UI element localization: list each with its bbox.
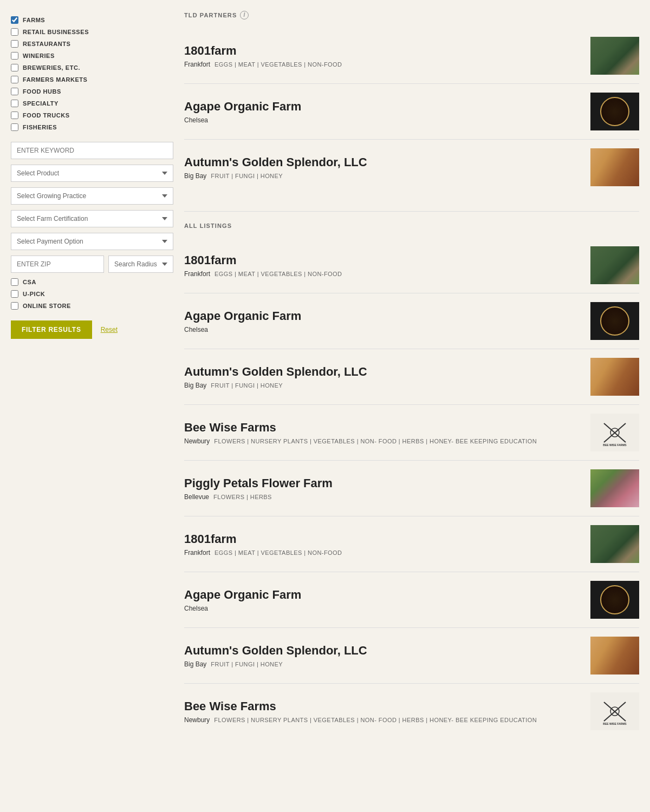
list-item[interactable]: 1801farmFrankfortEGGS | MEAT | VEGETABLE… (184, 516, 639, 572)
list-item[interactable]: Autumn's Golden Splendor, LLCBig BayFRUI… (184, 349, 639, 405)
listing-city: Frankfort (184, 270, 210, 278)
checkbox-label-wineries: WINERIES (23, 53, 55, 59)
list-item[interactable]: Autumn's Golden Splendor, LLCBig BayFRUI… (184, 140, 639, 195)
listing-name: Agape Organic Farm (184, 309, 580, 323)
checkbox-item-foodtrucks: FOOD TRUCKS (11, 112, 173, 119)
listing-meta: BellevueFLOWERS | HERBS (184, 493, 580, 501)
search-radius-select[interactable]: Search Radius (108, 256, 173, 273)
checkbox-item-wineries: WINERIES (11, 52, 173, 60)
checkbox-item-fisheries: FISHERIES (11, 123, 173, 131)
listing-image: BEE WISE FARMS (590, 414, 639, 451)
listing-image (590, 302, 639, 340)
listing-meta: FrankfortEGGS | MEAT | VEGETABLES | NON-… (184, 549, 580, 556)
listing-city: Chelsea (184, 116, 208, 124)
listing-tags: FLOWERS | NURSERY PLANTS | VEGETABLES | … (214, 717, 537, 723)
list-item[interactable]: Agape Organic FarmChelsea (184, 293, 639, 349)
listing-meta: Chelsea (184, 116, 580, 124)
listing-name: Autumn's Golden Splendor, LLC (184, 644, 580, 658)
extra-checkbox-item-upick: U-PICK (11, 290, 173, 298)
reset-button[interactable]: Reset (101, 326, 118, 333)
listing-tags: EGGS | MEAT | VEGETABLES | NON-FOOD (214, 61, 342, 68)
checkbox-foodtrucks[interactable] (11, 112, 18, 119)
checkbox-item-restaurants: RESTAURANTS (11, 40, 173, 48)
checkbox-restaurants[interactable] (11, 40, 18, 48)
listing-meta: Big BayFRUIT | FUNGI | HONEY (184, 172, 580, 180)
checkbox-retail[interactable] (11, 28, 18, 36)
listing-meta: FrankfortEGGS | MEAT | VEGETABLES | NON-… (184, 270, 580, 278)
listing-name: Agape Organic Farm (184, 100, 580, 114)
listing-image (590, 525, 639, 563)
checkbox-label-farms: FARMS (23, 17, 45, 23)
listing-info: Agape Organic FarmChelsea (184, 100, 590, 124)
extra-checkbox-onlinestore[interactable] (11, 302, 18, 310)
all-section-label: ALL LISTINGS (184, 222, 639, 229)
listing-tags: FLOWERS | HERBS (213, 494, 272, 500)
checkbox-label-fisheries: FISHERIES (23, 124, 57, 130)
checkbox-item-specialty: SPECIALTY (11, 100, 173, 107)
checkbox-item-farmersmarkets: FARMERS MARKETS (11, 76, 173, 83)
extra-checkbox-label-csa: CSA (23, 279, 36, 285)
listing-image (590, 581, 639, 619)
checkbox-item-breweries: BREWERIES, ETC. (11, 64, 173, 71)
list-item[interactable]: Agape Organic FarmChelsea (184, 572, 639, 628)
listing-name: Autumn's Golden Splendor, LLC (184, 365, 580, 379)
svg-text:BEE WISE FARMS: BEE WISE FARMS (603, 443, 627, 447)
listing-city: Big Bay (184, 382, 206, 389)
listing-meta: Chelsea (184, 605, 580, 612)
list-item[interactable]: Bee Wise FarmsNewburyFLOWERS | NURSERY P… (184, 684, 639, 739)
checkbox-item-retail: RETAIL BUSINESSES (11, 28, 173, 36)
checkbox-farms[interactable] (11, 16, 18, 24)
list-item[interactable]: Autumn's Golden Splendor, LLCBig BayFRUI… (184, 628, 639, 684)
checkbox-farmersmarkets[interactable] (11, 76, 18, 83)
checkbox-wineries[interactable] (11, 52, 18, 60)
listing-city: Big Bay (184, 172, 206, 180)
certification-select[interactable]: Select Farm Certification (11, 210, 173, 227)
list-item[interactable]: Piggly Petals Flower FarmBellevueFLOWERS… (184, 461, 639, 516)
listing-city: Frankfort (184, 549, 210, 556)
info-icon[interactable]: i (240, 11, 249, 19)
sidebar: FARMSRETAIL BUSINESSESRESTAURANTSWINERIE… (11, 11, 173, 755)
product-select[interactable]: Select Product (11, 165, 173, 182)
listing-meta: Chelsea (184, 326, 580, 333)
checkbox-specialty[interactable] (11, 100, 18, 107)
checkbox-item-foodhubs: FOOD HUBS (11, 88, 173, 95)
extra-checkbox-upick[interactable] (11, 290, 18, 298)
listing-info: Bee Wise FarmsNewburyFLOWERS | NURSERY P… (184, 699, 590, 724)
listing-city: Chelsea (184, 605, 208, 612)
payment-select[interactable]: Select Payment Option (11, 233, 173, 250)
listing-image (590, 358, 639, 396)
listing-info: Autumn's Golden Splendor, LLCBig BayFRUI… (184, 644, 590, 668)
extra-checkbox-csa[interactable] (11, 278, 18, 286)
list-item[interactable]: Bee Wise FarmsNewburyFLOWERS | NURSERY P… (184, 405, 639, 461)
listing-image (590, 148, 639, 186)
extra-checkbox-item-onlinestore: ONLINE STORE (11, 302, 173, 310)
listing-city: Big Bay (184, 660, 206, 668)
keyword-input[interactable] (11, 142, 173, 159)
list-item[interactable]: Agape Organic FarmChelsea (184, 84, 639, 140)
listing-info: Bee Wise FarmsNewburyFLOWERS | NURSERY P… (184, 421, 590, 445)
checkbox-item-farms: FARMS (11, 16, 173, 24)
listing-tags: FLOWERS | NURSERY PLANTS | VEGETABLES | … (214, 438, 537, 444)
growing-practice-select[interactable]: Select Growing Practice (11, 187, 173, 205)
svg-text:BEE WISE FARMS: BEE WISE FARMS (603, 722, 627, 725)
listing-info: 1801farmFrankfortEGGS | MEAT | VEGETABLE… (184, 253, 590, 278)
page-container: FARMSRETAIL BUSINESSESRESTAURANTSWINERIE… (0, 0, 650, 766)
extra-checkbox-label-upick: U-PICK (23, 291, 45, 297)
checkbox-fisheries[interactable] (11, 123, 18, 131)
section-divider (184, 211, 639, 212)
listing-city: Bellevue (184, 493, 209, 501)
zip-input[interactable] (11, 256, 104, 273)
tld-listings: 1801farmFrankfortEGGS | MEAT | VEGETABLE… (184, 28, 639, 195)
listing-city: Frankfort (184, 61, 210, 68)
filter-button-row: FILTER RESULTS Reset (11, 320, 173, 339)
filter-results-button[interactable]: FILTER RESULTS (11, 320, 92, 339)
checkbox-breweries[interactable] (11, 64, 18, 71)
category-filter-group: FARMSRETAIL BUSINESSESRESTAURANTSWINERIE… (11, 16, 173, 131)
checkbox-foodhubs[interactable] (11, 88, 18, 95)
listing-city: Newbury (184, 437, 210, 445)
list-item[interactable]: 1801farmFrankfortEGGS | MEAT | VEGETABLE… (184, 28, 639, 84)
zip-radius-row: Search Radius (11, 256, 173, 273)
tld-section-label: TLD PARTNERS i (184, 11, 639, 19)
list-item[interactable]: 1801farmFrankfortEGGS | MEAT | VEGETABLE… (184, 238, 639, 293)
listing-info: Agape Organic FarmChelsea (184, 588, 590, 612)
